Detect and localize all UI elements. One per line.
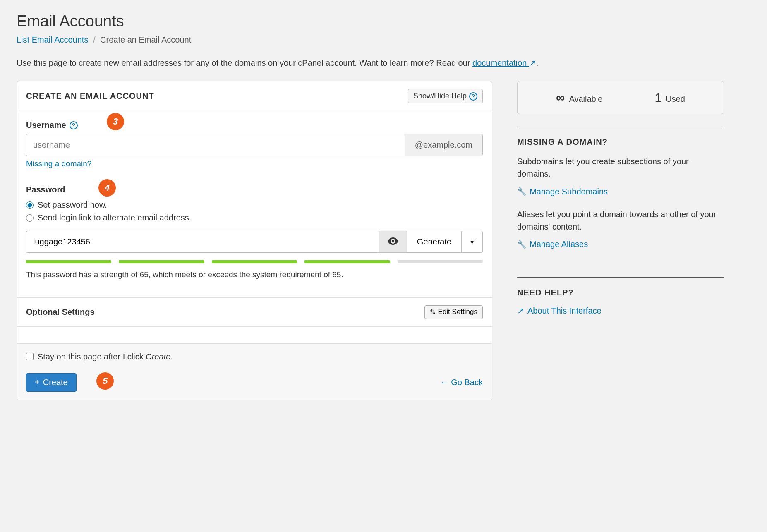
breadcrumb-current: Create an Email Account [100, 35, 191, 44]
page-title: Email Accounts [17, 12, 750, 30]
go-back-link[interactable]: ← Go Back [440, 378, 483, 387]
manage-subdomains-link[interactable]: 🔧 Manage Subdomains [517, 187, 608, 197]
optional-settings-title: Optional Settings [26, 307, 95, 317]
eye-icon [388, 237, 398, 247]
radio-send-link-input[interactable] [26, 214, 34, 222]
available-value: ∞ [556, 91, 565, 105]
radio-set-password-now[interactable]: Set password now. [26, 200, 483, 210]
breadcrumb-separator: / [93, 35, 96, 44]
radio-send-login-link[interactable]: Send login link to alternate email addre… [26, 213, 483, 223]
create-account-panel: CREATE AN EMAIL ACCOUNT Show/Hide Help ?… [17, 81, 492, 400]
panel-title: CREATE AN EMAIL ACCOUNT [26, 91, 154, 101]
external-link-icon: ↗ [529, 57, 536, 69]
help-icon: ? [469, 92, 477, 101]
breadcrumb: List Email Accounts / Create an Email Ac… [17, 35, 750, 45]
radio-set-now-input[interactable] [26, 201, 34, 209]
missing-domain-title: MISSING A DOMAIN? [517, 137, 724, 147]
used-label: Used [666, 94, 685, 104]
arrow-left-icon: ← [440, 378, 448, 387]
stay-on-page-checkbox[interactable] [26, 353, 34, 360]
wrench-icon: 🔧 [517, 187, 526, 196]
username-help-icon[interactable]: ? [70, 121, 78, 129]
about-interface-link[interactable]: ↗ About This Interface [517, 306, 602, 316]
pencil-icon: ✎ [430, 308, 436, 316]
password-strength-bar [26, 260, 483, 263]
toggle-password-visibility-button[interactable] [379, 231, 407, 253]
stats-box: ∞ Available 1 Used [517, 81, 724, 114]
username-input[interactable] [26, 134, 405, 156]
show-hide-help-button[interactable]: Show/Hide Help ? [408, 89, 483, 103]
used-value: 1 [655, 91, 662, 105]
aliases-description: Aliases let you point a domain towards a… [517, 208, 724, 233]
domain-suffix: @example.com [405, 134, 482, 156]
edit-settings-button[interactable]: ✎ Edit Settings [424, 305, 483, 319]
chevron-down-icon: ▼ [469, 239, 475, 245]
step-badge-3: 3 [107, 113, 124, 130]
create-button[interactable]: + Create [26, 373, 77, 392]
username-label: Username [26, 120, 66, 130]
generate-password-button[interactable]: Generate [407, 231, 461, 253]
stay-on-page-checkbox-row[interactable]: Stay on this page after I click Create. [26, 352, 483, 362]
step-badge-5: 5 [96, 372, 114, 390]
page-description: Use this page to create new email addres… [17, 57, 750, 69]
documentation-link[interactable]: documentation ↗ [472, 58, 536, 67]
plus-icon: + [35, 378, 40, 387]
missing-domain-link[interactable]: Missing a domain? [26, 159, 91, 168]
step-badge-4: 4 [98, 179, 116, 197]
manage-aliases-link[interactable]: 🔧 Manage Aliases [517, 240, 588, 249]
wrench-icon: 🔧 [517, 240, 526, 249]
generate-dropdown-button[interactable]: ▼ [461, 231, 483, 253]
password-strength-text: This password has a strength of 65, whic… [26, 269, 483, 281]
subdomains-description: Subdomains let you create subsections of… [517, 155, 724, 180]
need-help-title: NEED HELP? [517, 288, 724, 297]
password-label: Password [26, 185, 65, 194]
external-link-icon: ↗ [517, 306, 524, 316]
password-input[interactable] [26, 231, 379, 253]
breadcrumb-list-link[interactable]: List Email Accounts [17, 35, 88, 44]
available-label: Available [569, 94, 602, 104]
